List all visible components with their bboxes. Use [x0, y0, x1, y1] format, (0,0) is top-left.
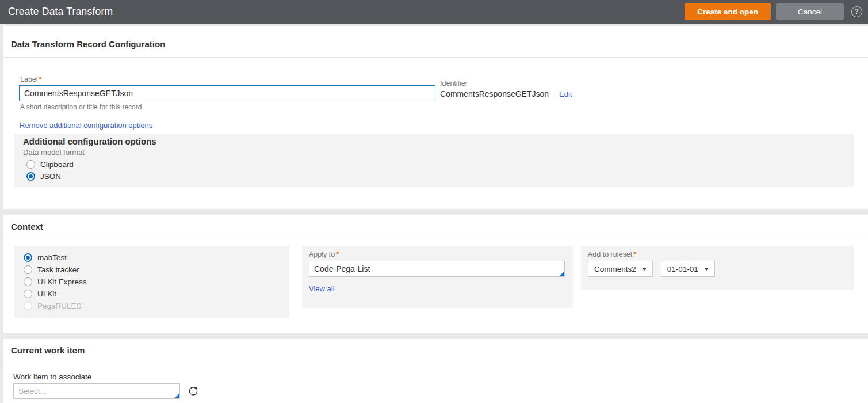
ruleset-panel: Add to ruleset* Comments2 01-01-01 — [581, 246, 854, 290]
page-title: Create Data Transform — [8, 6, 113, 18]
required-asterisk-icon: * — [336, 250, 339, 258]
edit-identifier-link[interactable]: Edit — [559, 90, 572, 98]
work-item-field — [13, 383, 180, 399]
view-all-link[interactable]: View all — [309, 284, 335, 293]
chevron-down-icon — [642, 268, 647, 271]
radio-option-task-tracker[interactable]: Task tracker — [24, 264, 280, 276]
create-and-open-button[interactable]: Create and open — [685, 3, 771, 20]
work-item-input[interactable] — [13, 383, 180, 399]
branch-select-panel: mabTest Task tracker UI Kit Express UI K… — [14, 246, 289, 318]
refresh-icon[interactable] — [188, 386, 199, 397]
radio-option-clipboard[interactable]: Clipboard — [26, 160, 845, 169]
work-item-row — [13, 383, 199, 399]
ruleset-caption: Add to ruleset* — [588, 250, 847, 258]
section-title: Data Transform Record Configuration — [11, 39, 165, 49]
section-header: Current work item — [3, 339, 868, 362]
autocomplete-corner-icon — [174, 393, 179, 398]
ruleset-version-select[interactable]: 01-01-01 — [661, 261, 715, 277]
record-configuration-section: Data Transform Record Configuration Labe… — [3, 26, 868, 209]
radio-option-ui-kit[interactable]: UI Kit — [24, 288, 280, 300]
radio-selected-icon[interactable] — [24, 253, 32, 262]
additional-config-panel: Additional configuration options Data mo… — [14, 134, 854, 187]
chevron-down-icon — [704, 268, 709, 271]
identifier-caption: Identifier — [440, 79, 468, 88]
identifier-value: CommentsResponseGETJson — [440, 89, 549, 98]
label-helper-text: A short description or title for this re… — [20, 103, 142, 111]
required-asterisk-icon: * — [633, 250, 636, 258]
radio-option-mabtest[interactable]: mabTest — [24, 252, 280, 264]
current-work-item-section: Current work item Work item to associate — [3, 339, 868, 403]
label-input[interactable] — [19, 85, 435, 101]
ruleset-selects: Comments2 01-01-01 — [588, 261, 847, 277]
identifier-row: CommentsResponseGETJson Edit — [440, 89, 572, 98]
required-asterisk-icon: * — [39, 75, 42, 83]
context-section: Context mabTest Task tracker UI Kit Expr… — [3, 215, 868, 333]
additional-config-title: Additional configuration options — [23, 136, 845, 146]
cancel-button[interactable]: Cancel — [776, 3, 844, 20]
radio-option-json[interactable]: JSON — [26, 172, 845, 181]
header-actions: Create and open Cancel ? — [685, 3, 862, 20]
label-field-caption: Label* — [20, 75, 41, 83]
radio-icon[interactable] — [24, 265, 32, 274]
section-title: Context — [11, 222, 43, 231]
section-header: Data Transform Record Configuration — [3, 26, 868, 58]
data-model-format-label: Data model format — [23, 148, 845, 157]
help-icon[interactable]: ? — [851, 6, 862, 17]
autocomplete-corner-icon — [559, 271, 564, 276]
apply-to-field — [309, 261, 565, 277]
radio-selected-icon[interactable] — [26, 172, 35, 181]
remove-additional-config-link[interactable]: Remove additional configuration options — [20, 121, 152, 130]
apply-to-caption: Apply to* — [309, 250, 566, 258]
radio-icon[interactable] — [24, 290, 32, 298]
section-title: Current work item — [11, 345, 85, 355]
apply-to-input[interactable] — [309, 261, 565, 277]
apply-to-panel: Apply to* View all — [302, 246, 573, 308]
radio-icon[interactable] — [26, 160, 35, 169]
header-bar: Create Data Transform Create and open Ca… — [0, 0, 868, 24]
section-header: Context — [3, 215, 868, 238]
ruleset-name-select[interactable]: Comments2 — [588, 261, 653, 277]
radio-option-pegarules: PegaRULES — [24, 300, 280, 312]
radio-disabled-icon — [24, 302, 32, 310]
radio-icon[interactable] — [24, 277, 32, 286]
work-item-caption: Work item to associate — [13, 372, 91, 381]
radio-option-ui-kit-express[interactable]: UI Kit Express — [24, 276, 280, 288]
